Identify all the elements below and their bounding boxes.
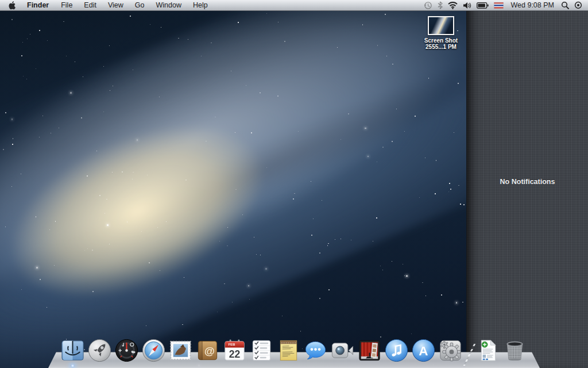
dock-item-messages[interactable]: [303, 338, 328, 363]
safari-icon: [141, 338, 167, 363]
dock-item-dashboard[interactable]: [114, 338, 140, 363]
galaxy-wallpaper-art: [0, 0, 466, 368]
no-notifications-text: No Notifications: [467, 178, 588, 186]
spotlight-icon[interactable]: [561, 1, 569, 9]
wifi-icon[interactable]: [448, 2, 458, 9]
dock-item-notes[interactable]: [276, 338, 301, 363]
app-store-icon: A: [411, 338, 436, 363]
macos-desktop: No Notifications Screen Shot 2555...1 PM: [0, 0, 588, 368]
apple-icon: [8, 1, 16, 10]
battery-icon[interactable]: [477, 2, 489, 9]
menu-bar: Finder File Edit View Go Window Help: [0, 0, 588, 11]
dock-item-trash[interactable]: [502, 338, 528, 363]
notification-center-panel: No Notifications: [466, 0, 588, 368]
dock-separator: [465, 340, 474, 363]
dock-item-finder[interactable]: [60, 338, 86, 363]
itunes-icon: [384, 338, 409, 363]
desktop-file-screenshot[interactable]: Screen Shot 2555...1 PM: [423, 16, 459, 50]
bluetooth-icon[interactable]: [438, 1, 443, 9]
finder-icon: [60, 338, 86, 363]
dock-item-app-store[interactable]: A: [411, 338, 436, 363]
trash-icon: [502, 338, 528, 363]
dock-item-contacts[interactable]: @: [195, 338, 220, 363]
desktop-wallpaper: Screen Shot 2555...1 PM: [0, 0, 466, 368]
notes-icon: [276, 338, 301, 363]
volume-icon[interactable]: [463, 2, 471, 9]
time-machine-icon[interactable]: [424, 1, 432, 10]
menu-help[interactable]: Help: [187, 0, 214, 11]
reminders-icon: [249, 338, 274, 363]
finder-running-indicator: [70, 365, 75, 367]
dock-item-launchpad[interactable]: [87, 338, 113, 363]
facetime-icon: [330, 338, 355, 363]
calendar-icon: FEB 22: [222, 338, 247, 363]
dock-item-mail[interactable]: [168, 338, 194, 363]
system-preferences-icon: [438, 338, 463, 363]
star-field: [0, 0, 466, 368]
dashboard-icon: [114, 338, 140, 363]
screenshot-thumbnail: [428, 16, 454, 35]
dock-item-reminders[interactable]: [249, 338, 274, 363]
messages-icon: [303, 338, 328, 363]
menu-edit[interactable]: Edit: [78, 0, 102, 11]
apple-menu[interactable]: [0, 1, 21, 10]
svg-text:22: 22: [229, 348, 241, 360]
document-icon: [475, 338, 501, 363]
dock: @ FEB 22: [48, 332, 540, 368]
dock-item-safari[interactable]: [141, 338, 167, 363]
photo-booth-icon: [357, 338, 382, 363]
svg-text:FEB: FEB: [229, 343, 235, 346]
menu-go[interactable]: Go: [129, 0, 150, 11]
svg-text:@: @: [204, 345, 215, 357]
menu-bar-status-area: Wed 9:08 PM: [424, 1, 588, 10]
thai-flag-icon[interactable]: [494, 2, 504, 9]
dock-item-calendar[interactable]: FEB 22: [222, 338, 247, 363]
launchpad-icon: [87, 338, 113, 363]
mail-icon: [168, 338, 194, 363]
file-label: Screen Shot 2555...1 PM: [423, 37, 459, 50]
menu-window[interactable]: Window: [150, 0, 187, 11]
dock-item-facetime[interactable]: [330, 338, 355, 363]
menu-file[interactable]: File: [55, 0, 78, 11]
dock-item-itunes[interactable]: [384, 338, 409, 363]
dock-item-system-preferences[interactable]: [438, 338, 463, 363]
menu-bar-clock[interactable]: Wed 9:08 PM: [509, 1, 556, 9]
menu-finder[interactable]: Finder: [21, 0, 55, 11]
menu-view[interactable]: View: [102, 0, 129, 11]
dock-item-photo-booth[interactable]: [357, 338, 382, 363]
svg-text:A: A: [419, 344, 428, 358]
contacts-icon: @: [195, 338, 220, 363]
notification-center-icon[interactable]: [574, 1, 582, 9]
dock-item-document[interactable]: [475, 338, 501, 363]
